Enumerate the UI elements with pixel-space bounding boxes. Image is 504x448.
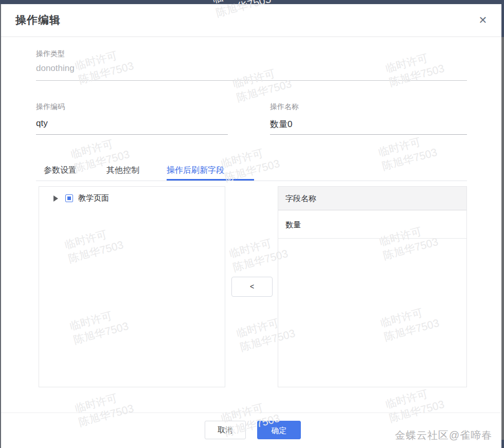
page-top-bar [0, 0, 504, 4]
license-watermark: 临时许可陈旭华7503 [384, 383, 446, 425]
fields-table-header: 字段名称 [278, 187, 466, 210]
footer-divider [0, 413, 501, 413]
page-left-edge [0, 4, 1, 448]
checkbox-indeterminate-mark [67, 196, 71, 200]
tab-refresh-fields-after-operation[interactable]: 操作后刷新字段 [167, 165, 224, 176]
page-right-edge-bottom [501, 440, 504, 448]
header-divider [0, 37, 501, 37]
page-right-edge [501, 4, 504, 440]
operation-code-underline [36, 134, 228, 135]
operation-type-value: donothing [36, 63, 75, 74]
operation-type-label: 操作类型 [36, 49, 65, 59]
license-watermark: 临时许可陈旭华7503 [377, 131, 439, 173]
community-credit-text: 金蝶云社区@雀啼春 [395, 428, 492, 442]
table-row[interactable]: 数量 [278, 210, 466, 239]
operation-name-underline [270, 134, 467, 135]
cancel-button[interactable]: 取消 [205, 421, 246, 439]
license-watermark: 临时许可陈旭华7503 [231, 63, 293, 105]
selected-fields-panel: 字段名称 数量 [278, 186, 467, 387]
tree-expander-icon[interactable] [53, 195, 58, 202]
move-left-button[interactable]: < [231, 277, 273, 297]
field-tree-panel: 教学页面 [39, 186, 225, 387]
operation-code-label: 操作编码 [36, 102, 65, 112]
operation-name-input[interactable]: 数量0 [270, 118, 292, 130]
tabbar-divider [36, 181, 467, 181]
operation-type-underline [36, 80, 467, 81]
tree-node-label[interactable]: 教学页面 [78, 193, 109, 203]
tree-node[interactable]: 教学页面 [53, 193, 109, 203]
close-icon[interactable]: ✕ [476, 13, 490, 27]
page-right-edge-top [501, 4, 504, 37]
license-watermark: 临时许可陈旭华7503 [220, 142, 281, 185]
operation-name-label: 操作名称 [270, 102, 299, 112]
confirm-button[interactable]: 确定 [257, 421, 301, 439]
license-watermark: 临时许可陈旭华7503 [74, 387, 135, 429]
active-tab-underline [167, 179, 254, 181]
tree-node-checkbox[interactable] [65, 194, 73, 202]
tab-other-controls[interactable]: 其他控制 [106, 165, 139, 176]
tab-parameter-settings[interactable]: 参数设置 [44, 165, 77, 176]
license-watermark: 临时许可陈旭华7503 [384, 47, 446, 89]
dialog-title: 操作编辑 [15, 13, 61, 27]
operation-code-input[interactable]: qty [36, 118, 48, 129]
